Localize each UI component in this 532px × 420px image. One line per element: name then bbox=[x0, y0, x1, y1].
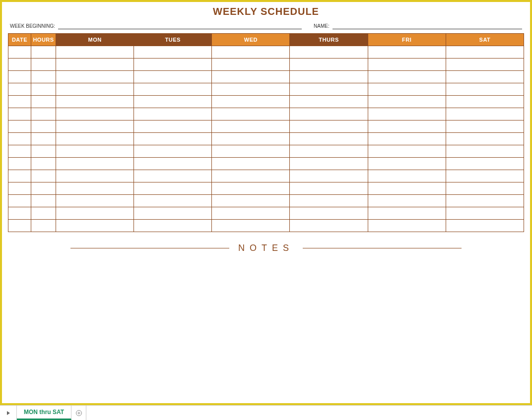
cell-hours[interactable] bbox=[31, 46, 56, 59]
tab-nav-button[interactable] bbox=[0, 406, 17, 420]
cell-mon[interactable] bbox=[56, 182, 134, 195]
cell-sat[interactable] bbox=[446, 133, 524, 145]
cell-tues[interactable] bbox=[134, 145, 212, 158]
cell-wed[interactable] bbox=[212, 207, 290, 220]
cell-hours[interactable] bbox=[31, 207, 56, 220]
name-field[interactable] bbox=[332, 22, 522, 29]
cell-wed[interactable] bbox=[212, 83, 290, 96]
cell-tues[interactable] bbox=[134, 158, 212, 170]
cell-mon[interactable] bbox=[56, 145, 134, 158]
cell-mon[interactable] bbox=[56, 108, 134, 120]
cell-hours[interactable] bbox=[31, 133, 56, 145]
cell-fri[interactable] bbox=[368, 220, 446, 232]
cell-mon[interactable] bbox=[56, 71, 134, 83]
cell-hours[interactable] bbox=[31, 71, 56, 83]
cell-wed[interactable] bbox=[212, 158, 290, 170]
cell-sat[interactable] bbox=[446, 46, 524, 59]
cell-thurs[interactable] bbox=[290, 195, 368, 207]
cell-date[interactable] bbox=[8, 207, 31, 220]
cell-thurs[interactable] bbox=[290, 182, 368, 195]
cell-sat[interactable] bbox=[446, 108, 524, 120]
cell-date[interactable] bbox=[8, 120, 31, 133]
cell-sat[interactable] bbox=[446, 220, 524, 232]
cell-sat[interactable] bbox=[446, 71, 524, 83]
cell-wed[interactable] bbox=[212, 195, 290, 207]
cell-date[interactable] bbox=[8, 195, 31, 207]
cell-mon[interactable] bbox=[56, 170, 134, 182]
cell-mon[interactable] bbox=[56, 83, 134, 96]
cell-tues[interactable] bbox=[134, 170, 212, 182]
cell-thurs[interactable] bbox=[290, 71, 368, 83]
cell-tues[interactable] bbox=[134, 207, 212, 220]
cell-hours[interactable] bbox=[31, 108, 56, 120]
cell-wed[interactable] bbox=[212, 46, 290, 59]
cell-wed[interactable] bbox=[212, 133, 290, 145]
cell-mon[interactable] bbox=[56, 195, 134, 207]
cell-hours[interactable] bbox=[31, 96, 56, 108]
cell-mon[interactable] bbox=[56, 46, 134, 59]
add-sheet-button[interactable] bbox=[71, 406, 86, 420]
cell-hours[interactable] bbox=[31, 83, 56, 96]
cell-fri[interactable] bbox=[368, 158, 446, 170]
cell-wed[interactable] bbox=[212, 170, 290, 182]
cell-fri[interactable] bbox=[368, 83, 446, 96]
cell-mon[interactable] bbox=[56, 207, 134, 220]
cell-fri[interactable] bbox=[368, 46, 446, 59]
cell-tues[interactable] bbox=[134, 108, 212, 120]
cell-tues[interactable] bbox=[134, 220, 212, 232]
cell-tues[interactable] bbox=[134, 59, 212, 71]
cell-fri[interactable] bbox=[368, 71, 446, 83]
cell-thurs[interactable] bbox=[290, 220, 368, 232]
cell-date[interactable] bbox=[8, 59, 31, 71]
cell-sat[interactable] bbox=[446, 195, 524, 207]
cell-fri[interactable] bbox=[368, 207, 446, 220]
cell-wed[interactable] bbox=[212, 182, 290, 195]
cell-sat[interactable] bbox=[446, 96, 524, 108]
cell-mon[interactable] bbox=[56, 220, 134, 232]
cell-fri[interactable] bbox=[368, 96, 446, 108]
cell-hours[interactable] bbox=[31, 170, 56, 182]
cell-thurs[interactable] bbox=[290, 170, 368, 182]
cell-fri[interactable] bbox=[368, 120, 446, 133]
cell-sat[interactable] bbox=[446, 207, 524, 220]
cell-wed[interactable] bbox=[212, 108, 290, 120]
cell-sat[interactable] bbox=[446, 170, 524, 182]
cell-sat[interactable] bbox=[446, 182, 524, 195]
cell-date[interactable] bbox=[8, 108, 31, 120]
sheet-tab-active[interactable]: MON thru SAT bbox=[17, 406, 71, 420]
cell-thurs[interactable] bbox=[290, 59, 368, 71]
cell-mon[interactable] bbox=[56, 120, 134, 133]
cell-hours[interactable] bbox=[31, 195, 56, 207]
cell-tues[interactable] bbox=[134, 182, 212, 195]
cell-thurs[interactable] bbox=[290, 120, 368, 133]
cell-hours[interactable] bbox=[31, 158, 56, 170]
cell-sat[interactable] bbox=[446, 83, 524, 96]
cell-wed[interactable] bbox=[212, 145, 290, 158]
week-beginning-field[interactable] bbox=[58, 22, 302, 29]
cell-tues[interactable] bbox=[134, 46, 212, 59]
cell-wed[interactable] bbox=[212, 71, 290, 83]
cell-thurs[interactable] bbox=[290, 158, 368, 170]
cell-thurs[interactable] bbox=[290, 207, 368, 220]
cell-wed[interactable] bbox=[212, 59, 290, 71]
cell-tues[interactable] bbox=[134, 120, 212, 133]
cell-thurs[interactable] bbox=[290, 133, 368, 145]
cell-mon[interactable] bbox=[56, 158, 134, 170]
cell-date[interactable] bbox=[8, 133, 31, 145]
cell-sat[interactable] bbox=[446, 158, 524, 170]
cell-sat[interactable] bbox=[446, 120, 524, 133]
cell-date[interactable] bbox=[8, 96, 31, 108]
cell-thurs[interactable] bbox=[290, 108, 368, 120]
cell-hours[interactable] bbox=[31, 145, 56, 158]
cell-fri[interactable] bbox=[368, 182, 446, 195]
cell-date[interactable] bbox=[8, 158, 31, 170]
cell-fri[interactable] bbox=[368, 59, 446, 71]
cell-date[interactable] bbox=[8, 145, 31, 158]
cell-thurs[interactable] bbox=[290, 83, 368, 96]
cell-tues[interactable] bbox=[134, 133, 212, 145]
cell-thurs[interactable] bbox=[290, 96, 368, 108]
cell-hours[interactable] bbox=[31, 220, 56, 232]
cell-sat[interactable] bbox=[446, 59, 524, 71]
cell-wed[interactable] bbox=[212, 220, 290, 232]
cell-tues[interactable] bbox=[134, 195, 212, 207]
